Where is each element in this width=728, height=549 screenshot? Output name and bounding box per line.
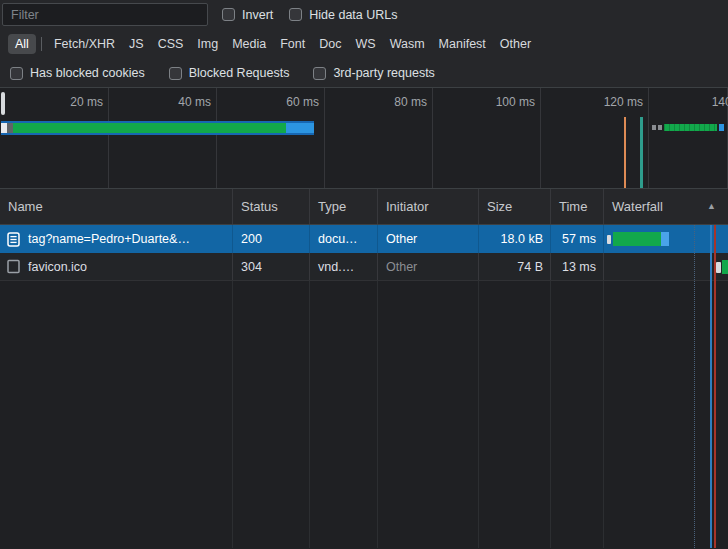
hide-data-urls-label: Hide data URLs (309, 8, 397, 22)
overview-range-handle[interactable] (1, 92, 5, 115)
filter-type-tabs: AllFetch/XHRJSCSSImgMediaFontDocWSWasmMa… (0, 29, 728, 59)
overview-grid-line (216, 88, 217, 188)
column-header-status[interactable]: Status (233, 189, 310, 224)
request-table-header: Name Status Type Initiator Size Time Wat… (0, 189, 728, 225)
waterfall-grid-dotted-line (694, 225, 695, 548)
overview-grid-line (540, 88, 541, 188)
column-header-waterfall[interactable]: Waterfall ▲ (604, 189, 728, 224)
type-cell: docu… (310, 225, 378, 253)
overview-favicon-download (719, 124, 724, 131)
timeline-tick-label: 100 ms (496, 95, 535, 109)
invert-label: Invert (242, 8, 273, 22)
tab-ws[interactable]: WS (348, 34, 382, 54)
dom-content-loaded-line (710, 225, 712, 548)
timeline-tick-label: 140 ms (712, 95, 728, 109)
waterfall-tick (607, 235, 611, 244)
has-blocked-cookies-label: Has blocked cookies (30, 66, 145, 80)
time-cell: 13 ms (551, 253, 604, 280)
sort-ascending-icon: ▲ (707, 189, 716, 224)
initiator-cell: Other (378, 225, 479, 253)
extra-filters-toolbar: Has blocked cookies Blocked Requests 3rd… (0, 59, 728, 88)
tab-css[interactable]: CSS (151, 34, 191, 54)
name-cell: tag?name=Pedro+Duarte&… (0, 225, 233, 253)
column-header-type[interactable]: Type (310, 189, 378, 224)
load-event-line (714, 225, 716, 548)
column-header-time[interactable]: Time (551, 189, 604, 224)
hide-data-urls-checkbox-group[interactable]: Hide data URLs (289, 8, 397, 22)
name-cell: favicon.ico (0, 253, 233, 280)
timeline-tick-label: 40 ms (178, 95, 211, 109)
size-cell: 74 B (479, 253, 551, 280)
column-divider (603, 281, 604, 548)
tab-manifest[interactable]: Manifest (432, 34, 493, 54)
filter-input[interactable] (2, 3, 208, 26)
blocked-requests-checkbox-group[interactable]: Blocked Requests (169, 66, 290, 80)
waterfall-bar-waiting (613, 232, 661, 246)
initiator-cell: Other (378, 253, 479, 280)
type-cell: vnd.… (310, 253, 378, 280)
timeline-tick-label: 120 ms (604, 95, 643, 109)
third-party-requests-checkbox-group[interactable]: 3rd-party requests (313, 66, 434, 80)
load-event-marker (640, 117, 643, 189)
blocked-requests-label: Blocked Requests (189, 66, 290, 80)
column-divider (550, 281, 551, 548)
tab-img[interactable]: Img (190, 34, 225, 54)
status-cell: 200 (233, 225, 310, 253)
waterfall-bar-download (661, 232, 669, 246)
timeline-tick-label: 20 ms (70, 95, 103, 109)
tab-fetch-xhr[interactable]: Fetch/XHR (47, 34, 122, 54)
network-filter-toolbar: Invert Hide data URLs (0, 0, 728, 29)
tab-other[interactable]: Other (493, 34, 538, 54)
request-name: tag?name=Pedro+Duarte&… (28, 225, 190, 253)
tab-group-divider (41, 37, 42, 51)
request-name: favicon.ico (28, 253, 87, 280)
overview-request-bar-main (1, 121, 314, 135)
table-row[interactable]: favicon.ico 304 vnd.… Other 74 B 13 ms (0, 253, 728, 281)
request-table-body: tag?name=Pedro+Duarte&… 200 docu… Other … (0, 225, 728, 548)
has-blocked-cookies-checkbox-group[interactable]: Has blocked cookies (10, 66, 145, 80)
overview-grid-line (648, 88, 649, 188)
status-cell: 304 (233, 253, 310, 280)
bar-segment-download (286, 123, 314, 133)
third-party-requests-label: 3rd-party requests (333, 66, 434, 80)
document-icon (7, 232, 20, 247)
has-blocked-cookies-checkbox[interactable] (10, 67, 23, 80)
timeline-tick-label: 80 ms (394, 95, 427, 109)
table-row[interactable]: tag?name=Pedro+Duarte&… 200 docu… Other … (0, 225, 728, 253)
column-divider (232, 281, 233, 548)
bar-segment-waiting-green (13, 123, 286, 133)
tab-all[interactable]: All (8, 34, 36, 54)
hide-data-urls-checkbox[interactable] (289, 8, 302, 21)
overview-grid-line (108, 88, 109, 188)
timeline-overview[interactable]: 20 ms40 ms60 ms80 ms100 ms120 ms140 ms (0, 88, 728, 189)
size-cell: 18.0 kB (479, 225, 551, 253)
invert-checkbox[interactable] (222, 8, 235, 21)
column-header-name[interactable]: Name (0, 189, 233, 224)
network-panel: Invert Hide data URLs AllFetch/XHRJSCSSI… (0, 0, 728, 549)
empty-grid-area (0, 281, 728, 548)
tab-js[interactable]: JS (122, 34, 151, 54)
tab-font[interactable]: Font (273, 34, 312, 54)
column-divider (478, 281, 479, 548)
third-party-requests-checkbox[interactable] (313, 67, 326, 80)
timeline-tick-label: 60 ms (286, 95, 319, 109)
blocked-requests-checkbox[interactable] (169, 67, 182, 80)
tab-wasm[interactable]: Wasm (383, 34, 432, 54)
overview-request-bar-favicon (664, 124, 717, 131)
overview-grid-line (324, 88, 325, 188)
dom-content-loaded-marker (624, 117, 626, 189)
tab-doc[interactable]: Doc (312, 34, 348, 54)
overview-grid-line (432, 88, 433, 188)
column-divider (377, 281, 378, 548)
invert-checkbox-group[interactable]: Invert (222, 8, 273, 22)
waterfall-tick (716, 262, 721, 273)
overview-favicon-dash-1 (652, 125, 656, 130)
overview-favicon-dash-2 (658, 125, 662, 130)
waterfall-header-label: Waterfall (612, 199, 663, 214)
time-cell: 57 ms (551, 225, 604, 253)
column-header-initiator[interactable]: Initiator (378, 189, 479, 224)
tab-media[interactable]: Media (225, 34, 273, 54)
waterfall-bar-waiting (722, 260, 728, 274)
column-divider (309, 281, 310, 548)
column-header-size[interactable]: Size (479, 189, 551, 224)
